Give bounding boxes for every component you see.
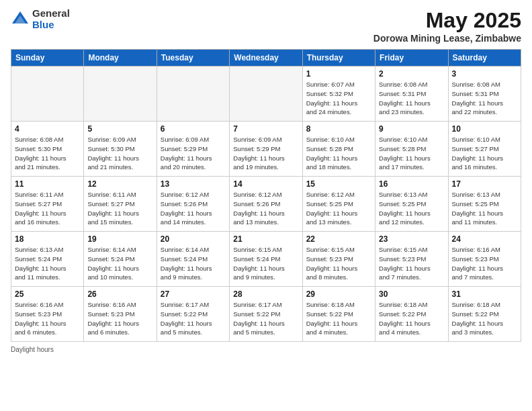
- day-number: 4: [15, 124, 80, 134]
- day-number: 11: [15, 179, 80, 189]
- day-info: Sunrise: 6:12 AM Sunset: 5:26 PM Dayligh…: [161, 190, 226, 227]
- calendar-cell: 5Sunrise: 6:09 AM Sunset: 5:30 PM Daylig…: [84, 122, 157, 177]
- calendar-cell: 4Sunrise: 6:08 AM Sunset: 5:30 PM Daylig…: [11, 122, 84, 177]
- logo-general: General: [32, 8, 70, 19]
- day-info: Sunrise: 6:18 AM Sunset: 5:22 PM Dayligh…: [452, 300, 517, 337]
- calendar-cell: 21Sunrise: 6:15 AM Sunset: 5:24 PM Dayli…: [230, 232, 302, 287]
- day-info: Sunrise: 6:07 AM Sunset: 5:32 PM Dayligh…: [306, 80, 371, 117]
- header-tuesday: Tuesday: [157, 50, 229, 66]
- calendar-cell: 20Sunrise: 6:14 AM Sunset: 5:24 PM Dayli…: [157, 232, 229, 287]
- day-info: Sunrise: 6:16 AM Sunset: 5:23 PM Dayligh…: [87, 300, 152, 337]
- calendar-cell: 19Sunrise: 6:14 AM Sunset: 5:24 PM Dayli…: [84, 232, 157, 287]
- day-info: Sunrise: 6:10 AM Sunset: 5:28 PM Dayligh…: [306, 135, 371, 172]
- day-info: Sunrise: 6:15 AM Sunset: 5:24 PM Dayligh…: [233, 245, 298, 282]
- day-number: 26: [87, 289, 152, 299]
- title-block: May 2025 Dorowa Mining Lease, Zimbabwe: [373, 8, 521, 44]
- page: General Blue May 2025 Dorowa Mining Leas…: [0, 0, 532, 411]
- day-number: 13: [161, 179, 226, 189]
- calendar-cell: 17Sunrise: 6:13 AM Sunset: 5:25 PM Dayli…: [448, 177, 521, 232]
- calendar-cell: 15Sunrise: 6:12 AM Sunset: 5:25 PM Dayli…: [302, 177, 375, 232]
- logo-icon: [11, 10, 30, 29]
- day-number: 16: [379, 179, 444, 189]
- calendar-cell: 30Sunrise: 6:18 AM Sunset: 5:22 PM Dayli…: [375, 287, 448, 342]
- day-info: Sunrise: 6:09 AM Sunset: 5:29 PM Dayligh…: [233, 135, 298, 172]
- day-number: 2: [379, 69, 444, 79]
- day-info: Sunrise: 6:18 AM Sunset: 5:22 PM Dayligh…: [306, 300, 371, 337]
- calendar-cell: 23Sunrise: 6:15 AM Sunset: 5:23 PM Dayli…: [375, 232, 448, 287]
- day-info: Sunrise: 6:09 AM Sunset: 5:29 PM Dayligh…: [161, 135, 226, 172]
- calendar-cell: 22Sunrise: 6:15 AM Sunset: 5:23 PM Dayli…: [302, 232, 375, 287]
- header-sunday: Sunday: [11, 50, 84, 66]
- day-info: Sunrise: 6:13 AM Sunset: 5:24 PM Dayligh…: [15, 245, 80, 282]
- day-info: Sunrise: 6:11 AM Sunset: 5:27 PM Dayligh…: [87, 190, 152, 227]
- day-number: 22: [306, 234, 371, 244]
- day-info: Sunrise: 6:08 AM Sunset: 5:31 PM Dayligh…: [379, 80, 444, 117]
- day-number: 19: [87, 234, 152, 244]
- day-number: 1: [306, 69, 371, 79]
- day-number: 10: [452, 124, 517, 134]
- header-saturday: Saturday: [448, 50, 521, 66]
- calendar-cell: 24Sunrise: 6:16 AM Sunset: 5:23 PM Dayli…: [448, 232, 521, 287]
- day-info: Sunrise: 6:10 AM Sunset: 5:28 PM Dayligh…: [379, 135, 444, 172]
- calendar-cell: 28Sunrise: 6:17 AM Sunset: 5:22 PM Dayli…: [230, 287, 302, 342]
- calendar-cell: 2Sunrise: 6:08 AM Sunset: 5:31 PM Daylig…: [375, 66, 448, 122]
- day-info: Sunrise: 6:16 AM Sunset: 5:23 PM Dayligh…: [452, 245, 517, 282]
- day-info: Sunrise: 6:12 AM Sunset: 5:26 PM Dayligh…: [233, 190, 298, 227]
- calendar-cell: 18Sunrise: 6:13 AM Sunset: 5:24 PM Dayli…: [11, 232, 84, 287]
- day-number: 8: [306, 124, 371, 134]
- calendar: SundayMondayTuesdayWednesdayThursdayFrid…: [11, 49, 521, 342]
- calendar-cell: 9Sunrise: 6:10 AM Sunset: 5:28 PM Daylig…: [375, 122, 448, 177]
- day-info: Sunrise: 6:08 AM Sunset: 5:31 PM Dayligh…: [452, 80, 517, 117]
- calendar-cell: 6Sunrise: 6:09 AM Sunset: 5:29 PM Daylig…: [157, 122, 229, 177]
- calendar-cell: 7Sunrise: 6:09 AM Sunset: 5:29 PM Daylig…: [230, 122, 302, 177]
- header: General Blue May 2025 Dorowa Mining Leas…: [11, 8, 521, 44]
- logo-blue: Blue: [32, 19, 70, 31]
- day-number: 28: [233, 289, 298, 299]
- calendar-cell: [84, 66, 157, 122]
- day-info: Sunrise: 6:09 AM Sunset: 5:30 PM Dayligh…: [87, 135, 152, 172]
- day-number: 24: [452, 234, 517, 244]
- header-thursday: Thursday: [302, 50, 375, 66]
- day-info: Sunrise: 6:14 AM Sunset: 5:24 PM Dayligh…: [161, 245, 226, 282]
- day-number: 9: [379, 124, 444, 134]
- calendar-cell: 8Sunrise: 6:10 AM Sunset: 5:28 PM Daylig…: [302, 122, 375, 177]
- day-info: Sunrise: 6:17 AM Sunset: 5:22 PM Dayligh…: [161, 300, 226, 337]
- calendar-cell: 1Sunrise: 6:07 AM Sunset: 5:32 PM Daylig…: [302, 66, 375, 122]
- week-row-5: 25Sunrise: 6:16 AM Sunset: 5:23 PM Dayli…: [11, 287, 521, 342]
- day-number: 25: [15, 289, 80, 299]
- calendar-cell: 13Sunrise: 6:12 AM Sunset: 5:26 PM Dayli…: [157, 177, 229, 232]
- calendar-cell: 14Sunrise: 6:12 AM Sunset: 5:26 PM Dayli…: [230, 177, 302, 232]
- day-number: 31: [452, 289, 517, 299]
- day-info: Sunrise: 6:16 AM Sunset: 5:23 PM Dayligh…: [15, 300, 80, 337]
- footer: Daylight hours: [11, 346, 521, 353]
- calendar-cell: 11Sunrise: 6:11 AM Sunset: 5:27 PM Dayli…: [11, 177, 84, 232]
- calendar-cell: 27Sunrise: 6:17 AM Sunset: 5:22 PM Dayli…: [157, 287, 229, 342]
- calendar-cell: [11, 66, 84, 122]
- day-info: Sunrise: 6:13 AM Sunset: 5:25 PM Dayligh…: [379, 190, 444, 227]
- day-number: 12: [87, 179, 152, 189]
- day-info: Sunrise: 6:11 AM Sunset: 5:27 PM Dayligh…: [15, 190, 80, 227]
- calendar-cell: 31Sunrise: 6:18 AM Sunset: 5:22 PM Dayli…: [448, 287, 521, 342]
- header-friday: Friday: [375, 50, 448, 66]
- day-number: 17: [452, 179, 517, 189]
- calendar-cell: [157, 66, 229, 122]
- day-info: Sunrise: 6:08 AM Sunset: 5:30 PM Dayligh…: [15, 135, 80, 172]
- daylight-label: Daylight hours: [11, 346, 54, 353]
- calendar-cell: 25Sunrise: 6:16 AM Sunset: 5:23 PM Dayli…: [11, 287, 84, 342]
- day-info: Sunrise: 6:12 AM Sunset: 5:25 PM Dayligh…: [306, 190, 371, 227]
- day-number: 18: [15, 234, 80, 244]
- day-number: 29: [306, 289, 371, 299]
- logo-text: General Blue: [32, 8, 70, 30]
- day-info: Sunrise: 6:15 AM Sunset: 5:23 PM Dayligh…: [379, 245, 444, 282]
- day-number: 23: [379, 234, 444, 244]
- title-location: Dorowa Mining Lease, Zimbabwe: [373, 33, 521, 44]
- title-month: May 2025: [373, 8, 521, 33]
- calendar-cell: [230, 66, 302, 122]
- day-number: 3: [452, 69, 517, 79]
- day-number: 30: [379, 289, 444, 299]
- week-row-1: 1Sunrise: 6:07 AM Sunset: 5:32 PM Daylig…: [11, 66, 521, 122]
- calendar-cell: 29Sunrise: 6:18 AM Sunset: 5:22 PM Dayli…: [302, 287, 375, 342]
- day-number: 5: [87, 124, 152, 134]
- day-number: 14: [233, 179, 298, 189]
- header-wednesday: Wednesday: [230, 50, 302, 66]
